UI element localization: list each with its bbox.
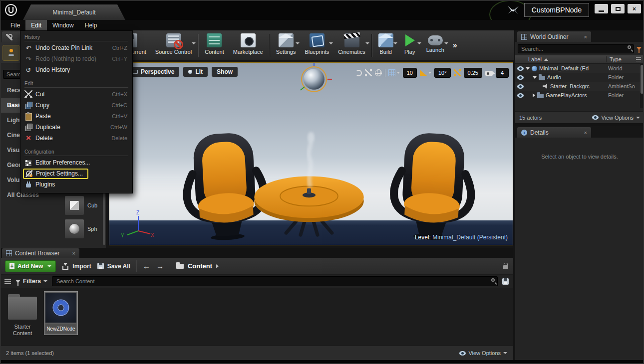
launch-button[interactable]: Launch — [422, 30, 449, 60]
cinematics-button[interactable]: Cinematics — [333, 30, 369, 60]
menu-item-plugins[interactable]: Plugins — [20, 179, 132, 190]
blueprints-button[interactable]: Blueprints — [300, 30, 333, 60]
outliner-search-input[interactable] — [518, 44, 634, 53]
sphere-reflection-capture[interactable] — [301, 63, 332, 92]
forward-button[interactable]: → — [156, 262, 164, 270]
column-options-icon[interactable] — [636, 57, 641, 62]
menu-window[interactable]: Window — [47, 20, 79, 30]
content-search-input[interactable] — [52, 276, 498, 286]
level-viewport[interactable]: ▾ Perspective Lit Show 10 10° 0.25 4 Z X — [109, 62, 513, 245]
world-coordinate-icon[interactable] — [375, 69, 382, 76]
outliner-filter-icon[interactable] — [637, 47, 642, 50]
visibility-eye-icon[interactable] — [517, 84, 524, 89]
world-icon — [532, 66, 537, 71]
level-document-tab[interactable]: Minimal_Default — [23, 4, 125, 20]
visibility-eye-icon[interactable] — [517, 75, 524, 80]
play-button[interactable]: Play — [398, 30, 422, 60]
outliner-row-gameplay-actors[interactable]: GamePlayActors Folder — [515, 91, 644, 100]
camera-speed-value[interactable]: 4 — [496, 68, 509, 78]
source-control-button[interactable]: Source Control — [151, 30, 196, 60]
save-search-icon[interactable] — [502, 278, 509, 285]
settings-button[interactable]: Settings — [272, 30, 301, 60]
column-type[interactable]: Type — [606, 56, 644, 62]
menu-item-delete[interactable]: Delete Delete — [20, 133, 132, 144]
chevron-down-icon[interactable] — [397, 72, 400, 74]
content-browser-tab[interactable]: Content Browser × — [2, 248, 79, 258]
close-icon[interactable]: × — [72, 250, 75, 256]
menu-help[interactable]: Help — [79, 20, 103, 30]
sources-list-icon[interactable] — [4, 279, 11, 284]
breadcrumb[interactable]: Content — [176, 262, 219, 270]
outliner-row-starter-background[interactable]: Starter_Backgrc AmbientSo — [515, 82, 644, 91]
close-button[interactable]: × — [628, 4, 641, 13]
chair-left[interactable] — [184, 132, 266, 242]
import-button[interactable]: Import — [62, 263, 91, 270]
rotation-snap-icon[interactable] — [420, 70, 427, 76]
expander-icon[interactable] — [533, 76, 537, 79]
axis-gizmo: Z X Y — [119, 209, 154, 239]
menu-item-copy[interactable]: Copy Ctrl+C — [20, 100, 132, 111]
menu-item-undo-history[interactable]: Undo History — [20, 64, 132, 75]
details-tab[interactable]: Details × — [517, 127, 591, 138]
camera-speed-icon[interactable] — [485, 71, 493, 76]
place-mode-button[interactable] — [2, 45, 19, 61]
asset-newzdnode[interactable]: NewZDNode — [44, 291, 78, 335]
placeable-sphere[interactable]: Sph — [65, 219, 107, 238]
asset-starter-content-folder[interactable]: Starter Content — [6, 291, 39, 337]
column-label[interactable]: Label — [515, 56, 606, 62]
minimize-button[interactable] — [595, 4, 608, 13]
menu-item-project-settings[interactable]: Project Settings... — [20, 168, 132, 179]
level-name[interactable]: Minimal_Default (Persistent) — [432, 234, 508, 241]
level-tab-label: Minimal_Default — [52, 9, 95, 16]
moth-icon[interactable] — [507, 4, 519, 15]
menu-edit[interactable]: Edit — [25, 20, 47, 30]
grid-snap-icon[interactable] — [388, 69, 395, 76]
outliner-scrollbar-thumb[interactable] — [641, 65, 644, 94]
outliner-scrollbar-track[interactable] — [640, 64, 644, 108]
menu-file[interactable]: File — [5, 20, 25, 30]
expander-icon[interactable] — [533, 93, 535, 97]
rotation-snap-value[interactable]: 10° — [434, 68, 451, 78]
filters-button[interactable]: Filters — [15, 278, 47, 285]
content-view-options[interactable]: View Options — [459, 350, 507, 356]
save-all-button[interactable]: Save All — [97, 263, 130, 270]
menu-item-paste[interactable]: Paste Ctrl+V — [20, 111, 132, 122]
menu-item-undo-create-pin-link[interactable]: Undo Create Pin Link Ctrl+Z — [20, 42, 132, 53]
menu-item-cut[interactable]: Cut Ctrl+X — [20, 89, 132, 100]
outliner-tabbar: World Outliner × — [515, 30, 644, 42]
close-icon[interactable]: × — [584, 130, 587, 136]
add-new-button[interactable]: Add New — [5, 260, 56, 272]
expander-icon[interactable] — [526, 67, 530, 70]
close-icon[interactable]: × — [584, 34, 587, 40]
show-button[interactable]: Show — [212, 67, 238, 77]
restore-button[interactable] — [611, 4, 625, 13]
content-button[interactable]: Content — [200, 30, 229, 60]
menu-item-duplicate[interactable]: Duplicate Ctrl+W — [20, 122, 132, 133]
chair-right[interactable] — [391, 132, 474, 242]
play-icon — [402, 33, 417, 47]
toolbar-overflow-chevron[interactable]: » — [453, 41, 457, 50]
build-button[interactable]: Build — [374, 30, 398, 60]
menu-item-editor-preferences[interactable]: Editor Preferences... — [20, 157, 132, 168]
marketplace-button[interactable]: Marketplace — [229, 30, 268, 60]
visibility-eye-icon[interactable] — [517, 66, 524, 71]
placeable-cube[interactable]: Cub — [65, 196, 107, 215]
chevron-down-icon[interactable] — [428, 72, 431, 74]
lock-icon[interactable] — [503, 265, 508, 269]
scale-snap-icon[interactable] — [454, 69, 461, 76]
chevron-right-icon[interactable] — [216, 264, 219, 268]
toolbar-separator — [198, 34, 199, 57]
scale-snap-value[interactable]: 0.25 — [464, 68, 482, 78]
back-button[interactable]: ← — [143, 262, 150, 270]
perspective-button[interactable]: Perspective — [127, 67, 179, 77]
outliner-row-audio[interactable]: Audio Folder — [515, 73, 644, 82]
outliner-view-options[interactable]: View Options — [592, 115, 640, 121]
visibility-eye-icon[interactable] — [517, 93, 524, 98]
scale-tool-icon[interactable] — [365, 69, 372, 76]
menu-bar: File Edit Window Help — [0, 20, 644, 30]
outliner-row-world[interactable]: Minimal_Default (Ed World — [515, 64, 644, 73]
world-outliner-tab[interactable]: World Outliner × — [517, 31, 591, 42]
grid-snap-value[interactable]: 10 — [403, 68, 417, 78]
rotate-tool-icon[interactable] — [355, 70, 362, 76]
lit-button[interactable]: Lit — [183, 67, 208, 77]
